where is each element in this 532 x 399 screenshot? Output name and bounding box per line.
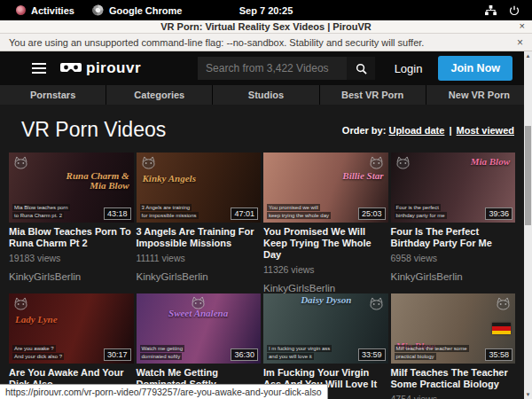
activities-label: Activities [31,5,74,16]
video-thumbnail[interactable]: Daisy Dyson I m fucking your virgin ass … [263,293,388,364]
video-card[interactable]: Mia Blow Four is the perfect birthday pa… [391,153,516,293]
studio-cat-mask-icon [395,156,411,169]
video-studio-link[interactable]: KinkyGirlsBerlin [391,271,516,282]
chrome-icon [92,4,104,16]
warning-close-icon[interactable]: × [517,36,523,49]
video-studio-link[interactable]: KinkyGirlsBerlin [137,271,262,282]
scrollbar-thumb[interactable] [525,126,531,225]
studio-cat-mask-icon [141,156,156,169]
video-duration-badge: 47:01 [231,207,258,220]
order-separator: | [449,125,451,136]
video-duration-badge: 35:58 [485,348,512,361]
chrome-warning-bar: You are using an unsupported command-lin… [0,34,532,51]
thumbnail-caption-line: dominated softly [140,353,183,360]
thumbnail-caption: I m fucking your virgin ass and you will… [267,344,332,360]
video-thumbnail[interactable]: Mia Blow Four is the perfect birthday pa… [391,153,516,223]
search-input[interactable] [198,57,347,80]
video-duration-badge: 33:59 [358,348,386,361]
video-duration-badge: 36:30 [231,348,258,361]
scroll-down-arrow[interactable]: ▼ [524,392,532,397]
studio-cat-mask-icon [13,297,28,310]
thumbnail-caption: Are you awake ? And your dick also ? [12,344,64,360]
menu-item-pornstars[interactable]: Pornstars [0,85,106,105]
video-title[interactable]: 3 Angels Are Training For Impossible Mis… [137,226,262,249]
search-button[interactable] [347,57,375,80]
window-title: VR Porn: Virtual Reality Sex Videos | Pi… [160,21,371,32]
video-duration-badge: 25:03 [358,207,386,220]
menu-item-categories[interactable]: Categories [106,85,212,105]
video-card[interactable]: Billie Star You promised we will keep tr… [263,153,388,293]
studio-cat-mask-icon [369,156,384,169]
thumbnail-caption-line: You promised we will [267,204,320,211]
menu-item-new-vr-porn[interactable]: New VR Porn [426,85,532,105]
thumbnail-caption-line: 3 Angels are training [140,204,192,211]
thumbnail-caption-line: Four is the perfect [395,204,441,211]
video-thumbnail[interactable]: Kinky Angels 3 Angels are training for i… [137,153,262,223]
vr-goggles-icon [60,63,82,74]
scroll-up-arrow[interactable]: ▲ [524,53,532,59]
video-studio-link[interactable]: KinkyGirlsBerlin [263,283,388,293]
network-icon[interactable] [485,5,497,16]
activities-button[interactable]: Activities [7,0,83,20]
menu-item-studios[interactable]: Studios [213,85,318,105]
video-views: 11326 views [263,264,388,275]
video-thumbnail[interactable]: Lady Lyne Are you awake ? And your dick … [9,293,134,364]
studio-cat-mask-icon [496,297,511,310]
thumbnail-caption: Watch me getting dominated softly [140,344,184,360]
warning-text: You are using an unsupported command-lin… [9,37,424,48]
window-title-bar: VR Porn: Virtual Reality Sex Videos | Pi… [0,20,532,34]
thumbnail-caption-line: Watch me getting [140,345,184,352]
order-most-viewed-link[interactable]: Most viewed [457,125,514,136]
clock[interactable]: Sep 7 20:25 [239,5,293,16]
order-upload-date-link[interactable]: Upload date [388,125,444,136]
video-thumbnail[interactable]: Billie Star You promised we will keep tr… [263,153,388,223]
video-views: 6958 views [391,253,516,263]
window-close-icon[interactable]: × [520,20,525,31]
thumbnail-caption-line: Are you awake ? [12,345,56,352]
browser-viewport: pirouvr Login Join Now Pornstars Categor… [0,51,532,399]
thumbnail-caption-line: Milf teaches the teacher some [395,345,469,352]
video-thumbnail[interactable]: Sweet Analena Watch me getting dominated… [137,293,262,364]
video-title[interactable]: You Promised We Will Keep Trying The Who… [263,226,388,261]
video-thumbnail[interactable]: Runa Charm & Mia Blow Mia Blow teaches p… [9,153,134,223]
video-studio-link[interactable]: KinkyGirlsBerlin [9,271,134,282]
site-navbar: pirouvr Login Join Now [0,51,532,85]
video-card[interactable]: Kinky Angels 3 Angels are training for i… [137,153,262,293]
app-menu-button[interactable]: Google Chrome [83,0,192,20]
thumbnail-overlay-title: Daisy Dyson [301,295,351,306]
thumbnail-caption-line: And your dick also ? [12,353,64,360]
login-link[interactable]: Login [395,62,423,75]
thumbnail-caption: You promised we will keep trying the who… [267,203,331,219]
distro-icon [16,5,26,15]
video-duration-badge: 39:36 [485,207,512,220]
video-thumbnail[interactable]: Mia Blow Milf teaches the teacher some p… [391,293,516,364]
status-url: https://pirouvr.com/vr-porn-video/779325… [5,387,322,397]
join-now-button[interactable]: Join Now [438,56,512,81]
video-views: 4754 views [391,394,516,399]
thumbnail-overlay-title: Lady Lyne [15,315,58,325]
thumbnail-caption-line: practical biology [395,353,436,360]
thumbnail-caption: Milf teaches the teacher some practical … [395,344,469,360]
site-logo[interactable]: pirouvr [60,59,141,77]
video-card[interactable]: Runa Charm & Mia Blow Mia Blow teaches p… [9,153,134,293]
thumbnail-overlay-title: Mia Blow [471,157,510,168]
thumbnail-caption: 3 Angels are training for impossible mis… [140,203,199,219]
thumbnail-caption-line: I m fucking your virgin ass [267,345,332,352]
thumbnail-overlay-title: Sweet Analena [168,309,228,319]
page-title: VR Porn Videos [21,118,166,142]
menu-item-best-vr-porn[interactable]: Best VR Porn [320,85,426,105]
status-url-tooltip: https://pirouvr.com/vr-porn-video/779325… [0,384,328,399]
scrollbar[interactable]: ▲ ▼ [524,51,532,399]
menu-icon[interactable] [32,60,46,76]
video-title[interactable]: Mia Blow Teaches Porn To Runa Charm Pt 2 [9,226,134,249]
order-by: Order by: Upload date | Most viewed [342,125,514,136]
video-title[interactable]: Four Is The Perfect Birthday Party For M… [391,226,516,249]
power-icon[interactable] [509,5,520,16]
site-logo-label: pirouvr [86,59,141,77]
video-card[interactable]: Mia Blow Milf teaches the teacher some p… [391,293,516,399]
thumbnail-overlay-title: Kinky Angels [143,174,196,184]
video-title[interactable]: Milf Teaches The Teacher Some Practical … [391,367,516,390]
page-header: VR Porn Videos Order by: Upload date | M… [0,105,532,153]
video-grid: Runa Charm & Mia Blow Mia Blow teaches p… [9,153,515,399]
thumbnail-overlay-title: Billie Star [342,171,383,182]
